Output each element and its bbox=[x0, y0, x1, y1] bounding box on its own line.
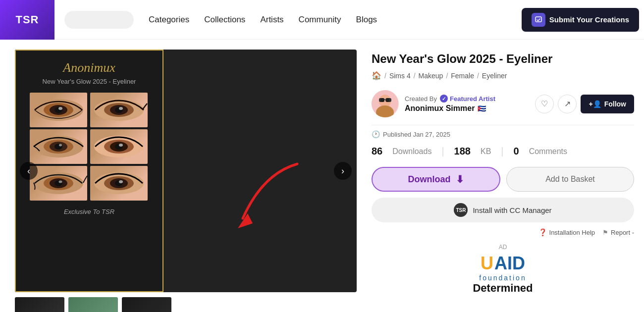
basket-label: Add to Basket bbox=[545, 175, 595, 184]
verified-icon: ✓ bbox=[440, 95, 448, 103]
featured-badge: ✓ Featured Artist bbox=[440, 95, 495, 103]
comments-label: Comments bbox=[529, 147, 567, 156]
svg-point-5 bbox=[58, 107, 62, 110]
brand-name: Anonimux bbox=[63, 60, 115, 75]
exclusive-text: Exclusive To TSR bbox=[64, 208, 114, 215]
svg-point-30 bbox=[119, 180, 123, 183]
eyeliner-cell-2 bbox=[90, 93, 148, 127]
follow-label: Follow bbox=[604, 100, 626, 108]
breadcrumb: 🏠 / Sims 4 / Makeup / Female / Eyeliner bbox=[372, 71, 634, 80]
submit-creations-button[interactable]: Submit Your Creations bbox=[522, 8, 639, 32]
published-row: 🕐 Published Jan 27, 2025 bbox=[372, 130, 634, 138]
main-nav: Categories Collections Artists Community… bbox=[144, 15, 522, 25]
next-image-button[interactable]: › bbox=[334, 162, 352, 180]
svg-rect-59 bbox=[384, 99, 386, 100]
artist-flag: 🇨🇺 bbox=[478, 104, 486, 112]
logo[interactable]: TSR bbox=[0, 0, 54, 40]
gallery: Anonimux New Year's Glow 2025 - Eyeliner bbox=[15, 50, 357, 312]
breadcrumb-female[interactable]: Female bbox=[451, 72, 474, 80]
follow-button[interactable]: +👤 Follow bbox=[581, 95, 634, 113]
follow-icon: +👤 bbox=[589, 100, 601, 108]
download-icon: ⬇ bbox=[456, 173, 464, 185]
download-row: Download ⬇ Add to Basket bbox=[372, 167, 634, 192]
eyeliner-cell-1 bbox=[30, 93, 87, 127]
nav-categories[interactable]: Categories bbox=[149, 15, 189, 25]
svg-point-20 bbox=[119, 144, 123, 147]
stats-row: 86 Downloads | 188 KB | 0 Comments bbox=[372, 146, 634, 157]
nav-community[interactable]: Community bbox=[299, 15, 341, 25]
ad-logo-u: U bbox=[481, 253, 493, 274]
search-area bbox=[54, 11, 144, 29]
report-button[interactable]: ⚑ Report - bbox=[602, 229, 634, 236]
divider-1 bbox=[372, 125, 634, 125]
avatar bbox=[372, 90, 399, 117]
cc-manager-button[interactable]: TSR Install with CC Manager bbox=[372, 198, 634, 222]
svg-rect-58 bbox=[386, 98, 391, 102]
breadcrumb-eyeliner[interactable]: Eyeliner bbox=[482, 72, 507, 80]
cc-manager-label: Install with CC Manager bbox=[473, 206, 551, 214]
header: TSR Categories Collections Artists Commu… bbox=[0, 0, 644, 40]
search-input[interactable] bbox=[64, 11, 134, 29]
published-date: Published Jan 27, 2025 bbox=[383, 131, 450, 138]
created-by-row: Created By ✓ Featured Artist bbox=[405, 95, 529, 103]
main-content: Anonimux New Year's Glow 2025 - Eyeliner bbox=[0, 40, 644, 312]
breadcrumb-sims4[interactable]: Sims 4 bbox=[389, 72, 411, 80]
comments-num: 0 bbox=[514, 146, 519, 157]
download-label: Download bbox=[408, 174, 451, 185]
share-button[interactable]: ↗ bbox=[558, 95, 577, 113]
thumbnail-2[interactable] bbox=[68, 297, 118, 312]
logo-text: TSR bbox=[16, 13, 39, 26]
svg-point-25 bbox=[59, 181, 62, 183]
artist-name-text: Anonimux Simmer bbox=[405, 104, 475, 113]
help-icon: ❓ bbox=[538, 228, 547, 236]
home-icon: 🏠 bbox=[372, 71, 381, 80]
submit-icon bbox=[532, 13, 545, 27]
svg-point-15 bbox=[59, 144, 62, 147]
kb-num: 188 bbox=[454, 146, 471, 157]
featured-label: Featured Artist bbox=[450, 95, 495, 103]
report-flag-icon: ⚑ bbox=[602, 229, 608, 236]
installation-help-button[interactable]: ❓ Installation Help bbox=[538, 228, 595, 236]
thumbnail-row bbox=[15, 297, 357, 312]
artist-details: Created By ✓ Featured Artist Anonimux Si… bbox=[405, 95, 529, 113]
svg-rect-57 bbox=[379, 98, 384, 102]
nav-collections[interactable]: Collections bbox=[204, 15, 245, 25]
report-label: Report - bbox=[611, 229, 634, 236]
action-buttons: ♡ ↗ +👤 Follow bbox=[535, 95, 634, 113]
nav-blogs[interactable]: Blogs bbox=[356, 15, 377, 25]
main-image: Anonimux New Year's Glow 2025 - Eyeliner bbox=[15, 50, 357, 292]
add-to-basket-button[interactable]: Add to Basket bbox=[506, 167, 634, 192]
cc-manager-logo: TSR bbox=[454, 203, 468, 217]
artist-name[interactable]: Anonimux Simmer 🇨🇺 bbox=[405, 104, 529, 113]
nav-artists[interactable]: Artists bbox=[260, 15, 283, 25]
created-by-label: Created By bbox=[405, 95, 437, 103]
downloads-label: Downloads bbox=[392, 147, 431, 156]
svg-rect-0 bbox=[536, 17, 541, 22]
eyeliner-cell-4 bbox=[90, 129, 148, 164]
product-info: New Year's Glow 2025 - Eyeliner 🏠 / Sims… bbox=[372, 50, 634, 312]
ad-subtitle: Determined bbox=[372, 282, 634, 295]
eyeliner-cell-3 bbox=[30, 129, 87, 164]
submit-label: Submit Your Creations bbox=[549, 15, 629, 24]
eyeliner-cell-6 bbox=[90, 166, 148, 201]
like-button[interactable]: ♡ bbox=[535, 95, 554, 113]
clock-icon: 🕐 bbox=[372, 130, 380, 138]
download-button[interactable]: Download ⬇ bbox=[372, 167, 500, 192]
downloads-num: 86 bbox=[372, 146, 382, 157]
thumbnail-3[interactable] bbox=[122, 297, 171, 312]
ad-label: AD bbox=[372, 244, 634, 251]
prev-image-button[interactable]: ‹ bbox=[20, 162, 38, 180]
ad-logo: U AID bbox=[372, 253, 634, 274]
installation-help-label: Installation Help bbox=[549, 229, 595, 236]
ad-logo-aid: AID bbox=[494, 253, 525, 274]
svg-point-10 bbox=[119, 107, 123, 110]
help-row: ❓ Installation Help ⚑ Report - bbox=[372, 228, 634, 236]
product-title: New Year's Glow 2025 - Eyeliner bbox=[372, 52, 634, 66]
eyeliner-grid bbox=[30, 93, 149, 201]
ad-foundation: foundation bbox=[372, 274, 634, 282]
thumbnail-1[interactable] bbox=[15, 297, 64, 312]
breadcrumb-makeup[interactable]: Makeup bbox=[419, 72, 443, 80]
eyeliner-cell-5 bbox=[30, 166, 87, 201]
kb-label: KB bbox=[481, 147, 491, 156]
artist-section: Created By ✓ Featured Artist Anonimux Si… bbox=[372, 90, 634, 117]
